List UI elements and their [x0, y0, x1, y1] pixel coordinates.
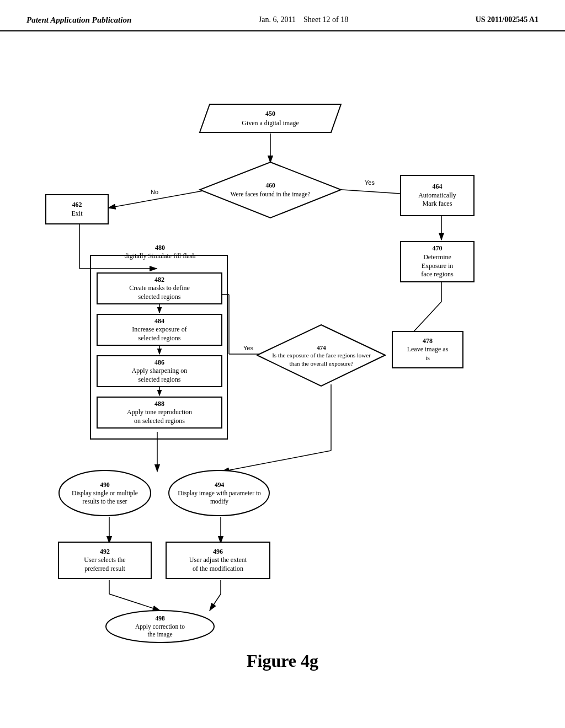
- node-486-num: 486: [154, 358, 164, 367]
- node-460-text: Were faces found in the image?: [231, 190, 311, 199]
- node-450: 450 Given a digital image: [199, 103, 342, 133]
- node-450-label: 450: [265, 109, 275, 119]
- header-right: US 2011/002545 A1: [476, 15, 539, 24]
- node-488-text: Apply tone reproductionon selected regio…: [127, 408, 192, 425]
- node-486: 486 Apply sharpening onselected regions: [97, 355, 222, 387]
- node-484-text: Increase exposure ofselected regions: [132, 325, 186, 342]
- node-478-text: Leave image asis: [407, 345, 449, 362]
- node-462-text: Exit: [72, 210, 83, 218]
- node-462-num: 462: [72, 201, 82, 210]
- node-474-num: 474: [317, 344, 326, 351]
- node-470-text: DetermineExposure inface regions: [421, 253, 453, 279]
- svg-line-19: [222, 451, 331, 472]
- node-478-num: 478: [423, 337, 433, 346]
- header-date: Jan. 6, 2011: [259, 15, 296, 24]
- node-480-group: 480 digitally Simulate fill flash 482 Cr…: [90, 255, 228, 440]
- node-492-num: 492: [100, 548, 110, 556]
- node-494-text: Display image with parameter to modify: [175, 489, 264, 506]
- node-498-num: 498: [155, 614, 164, 623]
- node-470-num: 470: [433, 244, 443, 253]
- node-484: 484 Increase exposure ofselected regions: [97, 314, 222, 346]
- svg-line-23: [109, 594, 160, 611]
- node-492: 492 User selects thepreferred result: [58, 542, 152, 579]
- node-496-text: User adjust the extentof the modificatio…: [189, 556, 247, 573]
- node-482-text: Create masks to defineselected regions: [129, 284, 190, 301]
- header-center: Jan. 6, 2011 Sheet 12 of 18: [259, 15, 348, 24]
- node-462: 462 Exit: [45, 194, 109, 224]
- node-474: 474 Is the exposure of the face regions …: [257, 324, 386, 387]
- node-494: 494 Display image with parameter to modi…: [168, 470, 270, 517]
- node-460: 460 Were faces found in the image?: [199, 161, 342, 219]
- node-492-text: User selects thepreferred result: [84, 556, 125, 573]
- node-480-label: 480 digitally Simulate fill flash: [91, 244, 229, 260]
- node-482-num: 482: [154, 276, 164, 285]
- node-488-num: 488: [154, 400, 164, 409]
- header-left: Patent Application Publication: [26, 15, 131, 25]
- node-484-num: 484: [154, 317, 164, 326]
- svg-line-25: [210, 594, 221, 611]
- node-498: 498 Apply correction tothe image: [105, 609, 215, 644]
- svg-text:Yes: Yes: [365, 179, 375, 186]
- node-490-num: 490: [100, 481, 109, 489]
- node-496-num: 496: [213, 548, 223, 556]
- node-488: 488 Apply tone reproductionon selected r…: [97, 397, 222, 429]
- node-464: 464 AutomaticallyMark faces: [400, 175, 475, 216]
- node-470: 470 DetermineExposure inface regions: [400, 241, 475, 282]
- node-450-text: Given a digital image: [242, 119, 299, 128]
- page-header: Patent Application Publication Jan. 6, 2…: [0, 0, 565, 31]
- header-sheet: Sheet 12 of 18: [303, 15, 348, 24]
- svg-text:Yes: Yes: [243, 345, 253, 351]
- node-482: 482 Create masks to defineselected regio…: [97, 272, 222, 304]
- figure-label: Figure 4g: [247, 651, 318, 671]
- node-496: 496 User adjust the extentof the modific…: [166, 542, 270, 579]
- node-486-text: Apply sharpening onselected regions: [132, 367, 188, 384]
- node-474-text: Is the exposure of the face regions lowe…: [272, 351, 371, 367]
- svg-text:No: No: [151, 189, 158, 195]
- node-464-text: AutomaticallyMark faces: [418, 191, 456, 208]
- node-494-num: 494: [215, 481, 224, 489]
- node-460-num: 460: [265, 181, 275, 190]
- node-490: 490 Display single or multiple results t…: [58, 470, 152, 517]
- diagram-area: No Yes Yes No: [0, 31, 565, 682]
- node-498-text: Apply correction tothe image: [135, 623, 185, 639]
- node-464-num: 464: [433, 183, 443, 191]
- node-490-text: Display single or multiple results to th…: [63, 489, 146, 506]
- node-478: 478 Leave image asis: [392, 331, 463, 368]
